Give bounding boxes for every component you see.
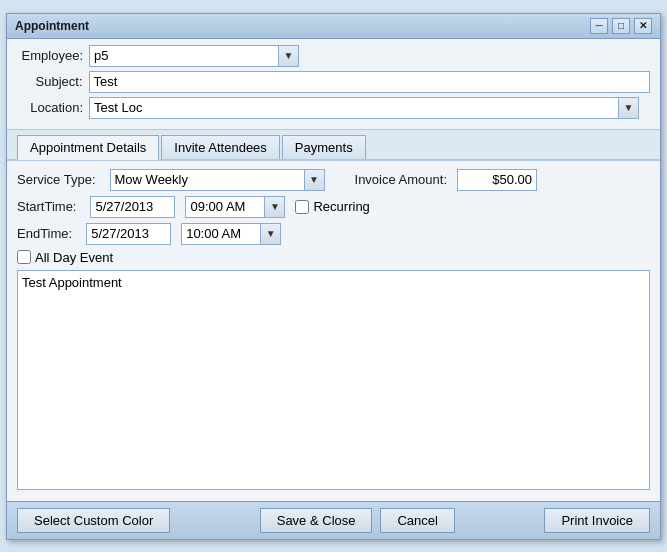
recurring-label: Recurring	[313, 199, 369, 214]
cancel-button[interactable]: Cancel	[380, 508, 454, 533]
start-time-row: StartTime: ▼ Recurring	[17, 196, 650, 218]
save-close-button[interactable]: Save & Close	[260, 508, 373, 533]
employee-label: Employee:	[17, 48, 89, 63]
close-button[interactable]: ✕	[634, 18, 652, 34]
select-custom-color-button[interactable]: Select Custom Color	[17, 508, 170, 533]
location-input[interactable]	[89, 97, 619, 119]
maximize-button[interactable]: □	[612, 18, 630, 34]
minimize-button[interactable]: ─	[590, 18, 608, 34]
start-date-dropdown	[90, 196, 175, 218]
all-day-checkbox[interactable]	[17, 250, 31, 264]
invoice-amount-label: Invoice Amount:	[355, 172, 452, 187]
subject-row: Subject:	[17, 71, 650, 93]
subject-label: Subject:	[17, 74, 89, 89]
location-row: Location: ▼	[17, 97, 650, 119]
employee-row: Employee: ▼	[17, 45, 650, 67]
employee-dropdown: ▼	[89, 45, 299, 67]
service-type-row: Service Type: ▼ Invoice Amount:	[17, 169, 650, 191]
start-time-dropdown: ▼	[185, 196, 285, 218]
tab-invite-attendees[interactable]: Invite Attendees	[161, 135, 280, 159]
start-time-dropdown-arrow[interactable]: ▼	[265, 196, 285, 218]
service-type-dropdown: ▼	[110, 169, 325, 191]
location-dropdown-arrow[interactable]: ▼	[619, 97, 639, 119]
start-time-input[interactable]	[185, 196, 265, 218]
center-buttons: Save & Close Cancel	[260, 508, 455, 533]
end-date-dropdown	[86, 223, 171, 245]
location-label: Location:	[17, 100, 89, 115]
notes-container: Test Appointment	[17, 270, 650, 493]
service-type-input[interactable]	[110, 169, 305, 191]
notes-textarea[interactable]: Test Appointment	[17, 270, 650, 490]
employee-dropdown-arrow[interactable]: ▼	[279, 45, 299, 67]
bottom-bar: Select Custom Color Save & Close Cancel …	[7, 501, 660, 539]
window-title: Appointment	[15, 19, 89, 33]
service-type-dropdown-arrow[interactable]: ▼	[305, 169, 325, 191]
title-bar: Appointment ─ □ ✕	[7, 14, 660, 39]
end-time-label: EndTime:	[17, 226, 76, 241]
location-dropdown: ▼	[89, 97, 639, 119]
all-day-row: All Day Event	[17, 250, 650, 265]
invoice-amount-input[interactable]	[457, 169, 537, 191]
recurring-checkbox[interactable]	[295, 200, 309, 214]
all-day-label: All Day Event	[35, 250, 113, 265]
all-day-checkbox-label: All Day Event	[17, 250, 113, 265]
end-time-dropdown-arrow[interactable]: ▼	[261, 223, 281, 245]
subject-input[interactable]	[89, 71, 650, 93]
start-time-label: StartTime:	[17, 199, 80, 214]
tab-payments[interactable]: Payments	[282, 135, 366, 159]
end-time-row: EndTime: ▼	[17, 223, 650, 245]
end-time-dropdown: ▼	[181, 223, 281, 245]
tab-appointment-details[interactable]: Appointment Details	[17, 135, 159, 160]
end-time-input[interactable]	[181, 223, 261, 245]
tab-content-appointment-details: Service Type: ▼ Invoice Amount: StartTim…	[7, 160, 660, 501]
end-date-input[interactable]	[86, 223, 171, 245]
appointment-window: Appointment ─ □ ✕ Employee: ▼ Subject: L…	[6, 13, 661, 540]
invoice-section: Invoice Amount:	[355, 169, 538, 191]
recurring-checkbox-label: Recurring	[295, 199, 369, 214]
employee-input[interactable]	[89, 45, 279, 67]
tabs-container: Appointment Details Invite Attendees Pay…	[7, 130, 660, 160]
start-date-input[interactable]	[90, 196, 175, 218]
form-section: Employee: ▼ Subject: Location: ▼	[7, 39, 660, 130]
print-invoice-button[interactable]: Print Invoice	[544, 508, 650, 533]
title-bar-buttons: ─ □ ✕	[590, 18, 652, 34]
service-type-label: Service Type:	[17, 172, 100, 187]
